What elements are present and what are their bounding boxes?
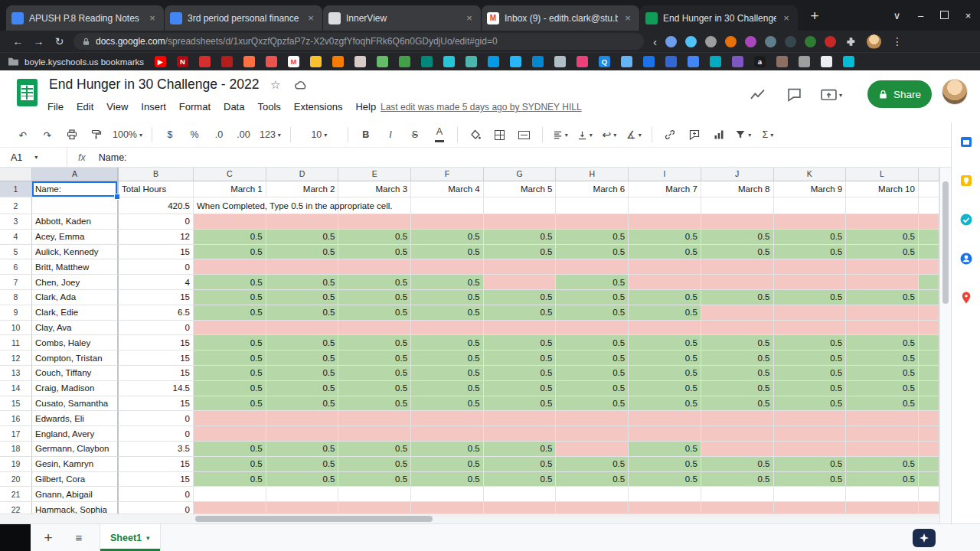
browser-tab[interactable]: End Hunger in 30 Challenge× (640, 5, 798, 31)
restore-button[interactable] (933, 10, 956, 21)
cell-day[interactable]: 0.5 (194, 275, 266, 290)
cell-day[interactable] (701, 487, 774, 502)
cell-day[interactable]: 0.5 (484, 442, 557, 457)
cell-day[interactable] (411, 259, 484, 275)
cell-day[interactable]: 0.5 (774, 290, 847, 305)
row-header-5[interactable]: 5 (0, 245, 32, 260)
cell-day[interactable]: 0.5 (338, 442, 411, 457)
cell-day[interactable]: 0.5 (846, 230, 919, 245)
cell-day[interactable] (194, 426, 266, 442)
extension-icon[interactable] (765, 36, 776, 47)
cell[interactable] (774, 197, 847, 214)
cell-day[interactable]: 0.5 (484, 290, 557, 305)
cell-day[interactable]: 0.5 (338, 381, 411, 396)
cell-total-hours[interactable]: 6.5 (119, 305, 194, 321)
extension-icon[interactable] (705, 36, 717, 47)
cell-day[interactable] (556, 442, 629, 457)
cell-total-hours[interactable]: 15 (119, 457, 194, 472)
cell-total-hours[interactable]: 0 (119, 487, 194, 502)
sheet-tab-sheet1[interactable]: Sheet1 ▾ (100, 524, 161, 551)
bookmark-favicon[interactable] (199, 56, 211, 67)
cell-day[interactable]: 0.5 (846, 396, 919, 412)
row-header-2[interactable]: 2 (0, 197, 32, 214)
column-header-m[interactable] (919, 168, 939, 181)
cell[interactable] (701, 197, 774, 214)
row-header-11[interactable]: 11 (0, 335, 32, 350)
cell-day[interactable] (701, 426, 774, 442)
cell-day[interactable] (194, 214, 266, 230)
redo-button[interactable]: ↷ (35, 126, 60, 144)
cell-day[interactable]: 0.5 (484, 366, 557, 381)
row-header-9[interactable]: 9 (0, 305, 32, 321)
keep-icon[interactable] (959, 174, 973, 187)
cell-day[interactable]: 0.5 (411, 472, 484, 487)
cell-day[interactable] (629, 321, 701, 336)
cell-day[interactable] (338, 487, 411, 502)
cell-day[interactable]: 0.5 (484, 305, 557, 321)
bookmark-favicon[interactable] (332, 56, 344, 67)
create-filter-button[interactable]: ▾ (731, 126, 756, 144)
insert-chart-button[interactable] (707, 126, 731, 144)
cell-day[interactable] (846, 214, 919, 230)
cell-day[interactable] (701, 442, 774, 457)
cell[interactable] (556, 197, 629, 214)
increase-decimal-button[interactable]: .00 (231, 126, 256, 144)
cell[interactable] (629, 197, 701, 214)
tab-close-button[interactable]: × (780, 12, 792, 24)
bookmark-favicon[interactable] (310, 56, 322, 67)
row-header-16[interactable]: 16 (0, 411, 32, 426)
cell-day[interactable] (701, 275, 774, 290)
bookmark-favicon[interactable] (621, 56, 632, 67)
sheets-logo-icon[interactable] (17, 79, 38, 106)
bookmark-favicon[interactable] (843, 56, 854, 67)
cell-total-hours[interactable]: 3.5 (119, 442, 194, 457)
bookmark-favicon[interactable] (821, 56, 832, 67)
cell-day[interactable]: 0.5 (701, 381, 774, 396)
extension-icon[interactable] (685, 36, 697, 47)
cell-day[interactable]: 0.5 (411, 305, 484, 321)
cell-day[interactable]: 0.5 (701, 230, 774, 245)
cell-student-name[interactable]: Clay, Ava (32, 321, 119, 336)
cell-day[interactable]: 0.5 (194, 305, 266, 321)
cell[interactable] (919, 442, 939, 457)
cell[interactable] (919, 321, 939, 336)
row-header-21[interactable]: 21 (0, 487, 32, 502)
cell-day[interactable] (629, 275, 701, 290)
menu-insert[interactable]: Insert (141, 101, 166, 112)
cell-day[interactable]: 0.5 (266, 366, 339, 381)
row-header-12[interactable]: 12 (0, 350, 32, 366)
cell-student-name[interactable]: Britt, Matthew (32, 259, 119, 275)
cell-day[interactable]: 0.5 (629, 245, 701, 260)
cell-day[interactable] (774, 442, 847, 457)
cell-day[interactable] (774, 426, 847, 442)
cell-day[interactable] (701, 305, 774, 321)
column-header-j[interactable]: J (701, 168, 774, 181)
bookmark-favicon[interactable] (266, 56, 277, 67)
horizontal-scrollbar[interactable] (0, 514, 939, 523)
cell-day[interactable]: 0.5 (266, 290, 339, 305)
column-header-i[interactable]: I (629, 168, 701, 181)
cell-day[interactable] (701, 321, 774, 336)
cell-day[interactable] (846, 259, 919, 275)
cell-day[interactable]: 0.5 (266, 245, 339, 260)
cell-day[interactable] (774, 214, 847, 230)
menu-extensions[interactable]: Extensions (294, 101, 343, 112)
bookmark-favicon[interactable] (643, 56, 655, 67)
document-title[interactable]: End Hunger in 30 Challenge - 2022 (49, 77, 259, 93)
vertical-scrollbar[interactable] (939, 168, 951, 523)
fill-color-button[interactable] (463, 126, 488, 144)
cell-day[interactable]: 0.5 (774, 350, 847, 366)
cell-student-name[interactable]: Compton, Tristan (32, 350, 119, 366)
forward-icon[interactable]: → (28, 35, 49, 47)
cell-day[interactable]: 0.5 (556, 305, 629, 321)
cell-student-name[interactable]: England, Avery (32, 426, 119, 442)
cell-day[interactable] (266, 487, 339, 502)
cell-day[interactable]: 0.5 (556, 381, 629, 396)
cell-march-header[interactable]: March 2 (266, 181, 339, 197)
cell-student-name[interactable]: Gesin, Kamryn (32, 457, 119, 472)
cell-march-header[interactable]: March 6 (556, 181, 629, 197)
cell-day[interactable]: 0.5 (194, 457, 266, 472)
cell-march-header[interactable]: March 9 (774, 181, 847, 197)
cell-total-hours[interactable]: 0 (119, 259, 194, 275)
column-header-c[interactable]: C (194, 168, 266, 181)
